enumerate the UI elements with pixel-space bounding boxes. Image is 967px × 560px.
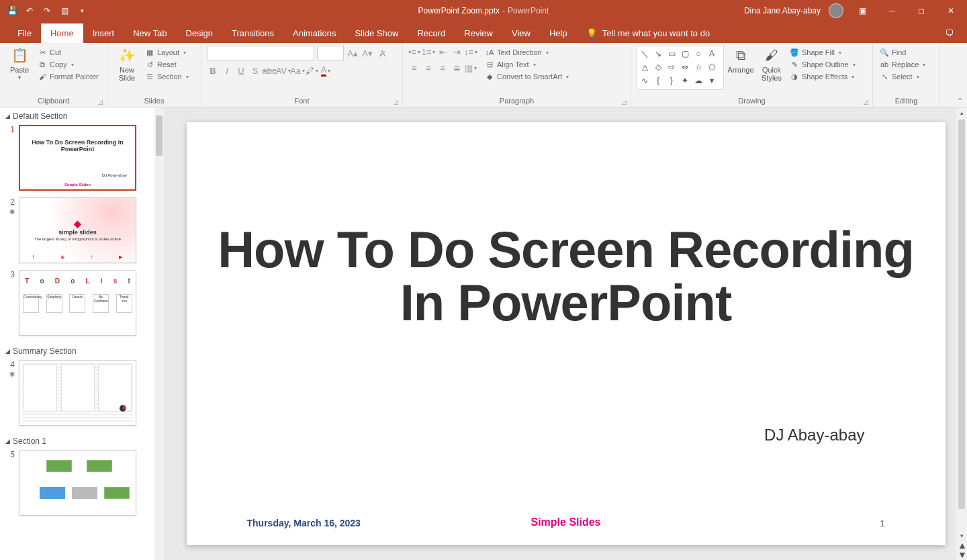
slide-canvas[interactable]: How To Do Screen Recording In PowerPoint… [187,122,946,545]
tab-review[interactable]: Review [455,24,502,43]
find-button[interactable]: 🔍Find [878,47,927,58]
slide-author[interactable]: DJ Abay-abay [764,426,864,445]
section-1[interactable]: ◢Section 1 [0,432,164,450]
shape-rightarrow-icon[interactable]: ⇨ [665,61,678,73]
strikethrough-button[interactable]: abc [263,64,275,77]
slide-thumb-4[interactable] [19,360,136,426]
drawing-launcher-icon[interactable]: ◿ [864,99,868,105]
slide-thumb-1[interactable]: How To Do Screen Recording In PowerPoint… [19,125,136,191]
new-slide-button[interactable]: ✨ New Slide [113,46,141,82]
align-left-button[interactable]: ≡ [408,62,420,74]
redo-icon[interactable]: ↷ [42,5,52,16]
align-right-button[interactable]: ≡ [436,62,449,74]
bullet-list-button[interactable]: •≡ [408,46,420,58]
shape-cloud-icon[interactable]: ☁ [692,75,704,87]
tab-design[interactable]: Design [177,24,222,43]
shape-textbox-icon[interactable]: A [706,48,718,60]
ribbon-display-icon[interactable]: ▣ [851,1,873,20]
thumbs-scrollbar[interactable] [154,107,164,560]
cut-button[interactable]: ✂Cut [36,47,100,58]
shape-outline-button[interactable]: ✎Shape Outline [788,59,857,70]
save-icon[interactable]: 💾 [7,5,17,16]
qat-customize-icon[interactable]: ▾ [77,5,87,16]
slide-date[interactable]: Thursday, March 16, 2023 [247,518,361,528]
tab-view[interactable]: View [502,24,540,43]
bold-button[interactable]: B [207,64,219,77]
shape-effects-button[interactable]: ◑Shape Effects [788,71,857,82]
scroll-down-icon[interactable]: ▾ [958,532,966,540]
shape-arrow-icon[interactable]: ↘ [652,48,664,60]
close-icon[interactable]: ✕ [940,1,962,20]
clipboard-launcher-icon[interactable]: ◿ [98,99,103,105]
font-size-select[interactable] [317,46,344,60]
maximize-icon[interactable]: ◻ [911,1,932,20]
slide-thumb-5[interactable] [19,450,136,516]
scroll-up-icon[interactable]: ▴ [958,109,966,117]
select-button[interactable]: ⤡Select [878,71,927,82]
start-from-beginning-icon[interactable]: ▧ [59,5,70,16]
decrease-indent-button[interactable]: ⇤ [436,46,449,58]
shape-rect-icon[interactable]: ▭ [665,48,678,60]
italic-button[interactable]: I [221,64,233,77]
section-summary[interactable]: ◢Summary Section [0,342,164,360]
slide-page-number[interactable]: 1 [880,518,884,528]
shape-triangle-icon[interactable]: △ [639,61,651,73]
shapes-gallery[interactable]: ＼ ↘ ▭ ▢ ○ A △ ◇ ⇨ ⇔ ☆ ⬠ ∿ { } ✦ ☁ ▾ [637,46,724,90]
slide-thumb-3[interactable]: ToDoList Consistency Simplicity Details … [19,270,136,336]
font-color-button[interactable]: A [320,64,332,77]
section-button[interactable]: ☰Section [144,71,190,82]
shape-curve-icon[interactable]: ∿ [639,75,651,87]
collapse-ribbon-icon[interactable]: ⌃ [957,97,963,105]
undo-icon[interactable]: ↶ [24,5,35,16]
decrease-font-icon[interactable]: A▾ [361,47,373,59]
numbered-list-button[interactable]: 1≡ [422,46,434,58]
tab-insert[interactable]: Insert [83,24,124,43]
layout-button[interactable]: ▦Layout [144,47,190,58]
user-avatar-icon[interactable] [829,3,843,18]
paste-button[interactable]: 📋 Paste ▾ [5,46,34,81]
increase-font-icon[interactable]: A▴ [347,47,359,59]
copy-button[interactable]: ⧉Copy [36,59,100,70]
replace-button[interactable]: abReplace [878,59,927,70]
tab-record[interactable]: Record [408,24,455,43]
tell-me[interactable]: 💡 Tell me what you want to do [577,24,719,43]
align-text-button[interactable]: ⊟Align Text [483,59,570,70]
tab-newtab[interactable]: New Tab [124,24,176,43]
section-default[interactable]: ◢Default Section [0,107,164,125]
share-icon[interactable]: 🗨 [935,24,967,43]
shape-diamond-icon[interactable]: ◇ [652,61,664,73]
convert-smartart-button[interactable]: ◆Convert to SmartArt [483,71,570,82]
highlight-button[interactable]: 🖍 [306,64,318,77]
tab-transitions[interactable]: Transitions [222,24,283,43]
shape-fill-button[interactable]: 🪣Shape Fill [788,47,857,58]
increase-indent-button[interactable]: ⇥ [451,46,463,58]
shape-leftright-icon[interactable]: ⇔ [679,61,691,73]
shape-brace2-icon[interactable]: } [665,75,678,87]
slide-thumb-2[interactable]: ◆ simple slides The largest library of i… [19,197,136,263]
tab-help[interactable]: Help [540,24,577,43]
scroll-thumb[interactable] [958,120,965,509]
text-direction-button[interactable]: ↕AText Direction [483,47,570,58]
shape-oval-icon[interactable]: ○ [692,48,704,60]
shape-roundrect-icon[interactable]: ▢ [679,48,691,60]
underline-button[interactable]: U [235,64,247,77]
shape-line-icon[interactable]: ＼ [639,48,651,60]
vertical-scrollbar[interactable]: ▴ ▾ ⯅ ⯆ [956,107,967,560]
next-slide-icon[interactable]: ⯆ [959,551,966,559]
columns-button[interactable]: ▥ [465,62,477,74]
reset-button[interactable]: ↺Reset [144,59,190,70]
prev-slide-icon[interactable]: ⯅ [959,543,966,550]
username[interactable]: Dina Jane Abay-abay [744,6,821,15]
justify-button[interactable]: ≣ [451,62,463,74]
format-painter-button[interactable]: 🖌Format Painter [36,71,100,82]
paragraph-launcher-icon[interactable]: ◿ [622,99,627,105]
shape-pentagon-icon[interactable]: ⬠ [706,61,718,73]
shape-callout-icon[interactable]: ✦ [679,75,691,87]
quick-styles-button[interactable]: 🖌 Quick Styles [757,46,786,82]
clear-formatting-icon[interactable]: A̷ [376,47,388,59]
minimize-icon[interactable]: ─ [881,1,903,20]
tab-slideshow[interactable]: Slide Show [345,24,408,43]
char-spacing-button[interactable]: AV [277,64,289,77]
tab-file[interactable]: File [8,24,41,43]
slide-brand[interactable]: Simple Slides [531,516,600,528]
